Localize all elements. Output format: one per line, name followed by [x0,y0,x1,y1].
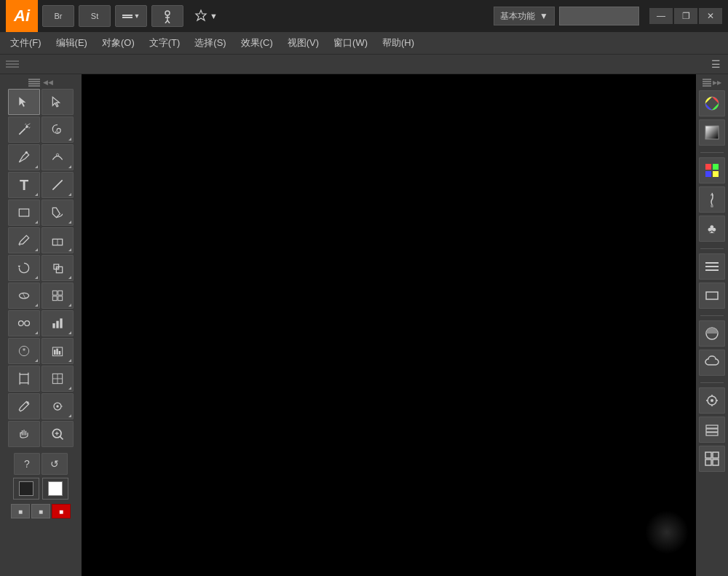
svg-point-47 [26,401,28,403]
svg-rect-23 [52,291,57,295]
svg-rect-21 [56,267,62,272]
creative-cloud-icon[interactable] [699,350,725,376]
svg-rect-75 [706,429,718,432]
svg-rect-38 [59,351,61,355]
toolbar-collapse-btn[interactable]: ◀◀ [1,77,80,87]
help-button[interactable]: ? [14,453,40,475]
svg-rect-80 [713,459,719,465]
tool-row-eyedropper [1,393,80,419]
symbols-panel-icon[interactable]: ♣ [699,216,725,242]
magic-wand-tool[interactable] [8,117,40,143]
rectangle-tool[interactable] [8,200,40,226]
scale-tool[interactable] [41,255,74,281]
zoom-tool[interactable] [41,421,74,447]
svg-point-11 [25,151,28,154]
svg-rect-14 [19,209,28,216]
canvas-area[interactable] [82,74,696,576]
right-panel-divider-4 [700,380,724,384]
puppet-warp-button[interactable] [151,5,183,27]
options-grip [3,59,22,69]
curvature-tool[interactable] [41,144,74,170]
reshape-tool[interactable] [41,283,74,309]
main-layout: ◀◀ [0,74,728,576]
transform-panel-icon[interactable] [699,283,725,309]
eyedropper-tool[interactable] [8,393,40,419]
menu-window[interactable]: 窗口(W) [326,32,375,54]
tool-row-select [1,89,80,115]
line-tool[interactable] [41,172,74,198]
appearance-panel-icon[interactable] [699,320,725,347]
right-panel-divider-3 [700,313,724,317]
svg-rect-74 [706,425,718,428]
paintbucket-tool[interactable] [41,200,74,226]
svg-rect-78 [713,452,719,458]
artboard-tool[interactable] [8,366,40,392]
menu-edit[interactable]: 编辑(E) [49,32,95,54]
rotate-tool[interactable] [8,255,40,281]
menu-bar: 文件(F) 编辑(E) 对象(O) 文字(T) 选择(S) 效果(C) 视图(V… [0,32,728,54]
arrange-button[interactable]: ▼ [115,5,147,27]
color-swatch-row [4,478,77,500]
symbol-tool[interactable]: * [8,338,40,364]
menu-effect[interactable]: 效果(C) [234,32,280,54]
right-panel-collapse[interactable]: ▶▶ [697,77,727,87]
svg-rect-56 [705,126,719,139]
menu-select[interactable]: 选择(S) [187,32,233,54]
eraser-tool[interactable] [41,227,74,253]
svg-rect-30 [52,323,55,328]
svg-rect-39 [20,374,28,383]
tool-row-type: T [1,172,80,198]
graph-tool[interactable] [41,310,74,336]
svg-rect-77 [705,452,711,458]
column-graph-tool[interactable] [41,338,74,364]
links-panel-icon[interactable] [699,446,725,472]
direct-select-tool[interactable] [41,89,74,115]
menu-help[interactable]: 帮助(H) [375,32,422,54]
artboards-panel-icon[interactable] [699,387,725,414]
view-btn-2[interactable]: ■ [31,504,50,518]
pen-tool[interactable] [8,144,40,170]
warp-tool[interactable] [8,283,40,309]
measure-tool[interactable] [41,393,74,419]
close-button[interactable]: ✕ [699,8,722,24]
svg-point-50 [61,406,63,407]
blend-tool[interactable] [8,310,40,336]
svg-line-9 [25,124,26,125]
svg-line-5 [19,128,25,134]
hand-tool[interactable] [8,421,40,447]
minimize-button[interactable]: — [649,8,673,24]
search-input[interactable] [559,7,639,25]
color-panel-icon[interactable] [699,90,725,117]
type-tool[interactable]: T [8,172,40,198]
tool-row-rotate [1,255,80,281]
menu-file[interactable]: 文件(F) [3,32,49,54]
brushes-panel-icon[interactable] [699,186,725,213]
menu-object[interactable]: 对象(O) [95,32,142,54]
svg-rect-58 [713,164,719,170]
slice-tool[interactable] [41,366,74,392]
svg-point-61 [711,205,713,208]
gradient-panel-icon[interactable] [699,119,725,146]
workspace-selector[interactable]: 基本功能 ▼ [494,7,555,25]
svg-rect-32 [60,318,62,328]
bridge-button[interactable]: Br [42,5,74,27]
stock-button[interactable]: St [79,5,111,27]
view-btn-1[interactable]: ■ [11,504,30,518]
align-panel-icon[interactable] [699,253,725,280]
selection-tool[interactable] [8,89,40,115]
stroke-color[interactable] [42,478,68,500]
maximize-button[interactable]: ❐ [674,8,697,24]
svg-rect-36 [54,350,56,355]
options-menu-icon[interactable]: ☰ [707,57,725,71]
pencil-tool[interactable] [8,227,40,253]
alerts-button[interactable]: ▼ [194,9,218,23]
menu-type[interactable]: 文字(T) [142,32,188,54]
layers-panel-icon[interactable] [699,417,725,443]
view-btn-3[interactable]: ■ [52,504,71,518]
fill-color[interactable] [13,478,39,500]
svg-rect-26 [58,296,63,301]
lasso-tool[interactable] [41,117,74,143]
undo-button[interactable]: ↺ [41,453,68,475]
swatches-panel-icon[interactable] [699,157,725,184]
menu-view[interactable]: 视图(V) [280,32,326,54]
